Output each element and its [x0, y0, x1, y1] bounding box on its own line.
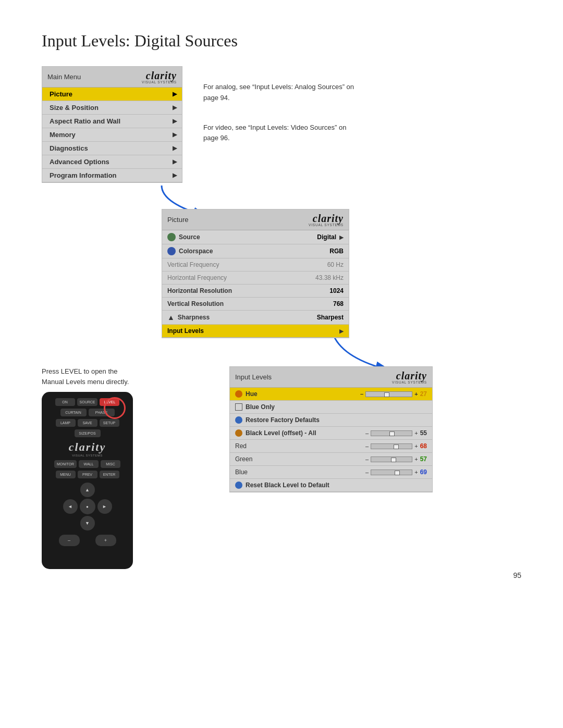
il-blue-handle [395, 471, 400, 475]
il-green-handle [391, 458, 396, 462]
il-blue-slider[interactable] [371, 470, 412, 475]
remote-btn-misc[interactable]: MISC [101, 460, 120, 468]
il-hue-control: – + 27 [360, 390, 427, 398]
remote-btn-on[interactable]: ON [55, 398, 75, 406]
restore-icon [235, 416, 242, 424]
il-item-blue-only[interactable]: Blue Only [230, 401, 432, 414]
remote-nav-down[interactable]: ▼ [80, 516, 95, 530]
picture-vertres-value: 768 [333, 300, 344, 307]
remote-btn-sizepos[interactable]: SIZE/POS [75, 429, 101, 437]
main-menu-header-label: Main Menu [47, 73, 81, 81]
il-green-label: Green [235, 455, 252, 463]
blacklevel-icon [235, 429, 242, 437]
il-red-handle [394, 445, 399, 449]
picture-menu-header: Picture clarity VISUAL SYSTEMS [162, 209, 349, 230]
il-red-control: – + 68 [365, 442, 427, 450]
menu-arrow-program: ▶ [173, 172, 177, 179]
menu-item-program-info-label: Program Information [50, 171, 117, 179]
menu-item-program-info[interactable]: Program Information ▶ [42, 169, 182, 182]
remote-btn-wall[interactable]: WALL [79, 460, 99, 468]
picture-item-vert-res[interactable]: Vertical Resolution 768 [162, 298, 349, 311]
picture-vertres-text: Vertical Resolution [167, 300, 224, 307]
il-blacklevel-slider[interactable] [371, 430, 412, 436]
menu-item-advanced-options[interactable]: Advanced Options ▶ [42, 155, 182, 169]
remote-btn-lamp[interactable]: LAMP [56, 419, 76, 427]
remote-btn-monitor[interactable]: MONITOR [54, 460, 77, 468]
remote-btn-save[interactable]: SAVE [78, 419, 97, 427]
picture-source-value: Digital [317, 233, 336, 241]
il-item-restore[interactable]: Restore Factory Defaults [230, 414, 432, 427]
remote-btn-setup[interactable]: SETUP [100, 419, 119, 427]
remote-btn-curtain[interactable]: CURTAIN [60, 409, 87, 416]
press-note-line1: Press LEVEL to open the [42, 367, 118, 375]
il-blacklevel-text: Black Level (offset) - All [246, 429, 316, 437]
il-blueonly-label: Blue Only [235, 403, 275, 411]
il-item-red[interactable]: Red – + 68 [230, 440, 432, 453]
il-blue-label: Blue [235, 468, 248, 476]
menu-arrow-size: ▶ [173, 104, 177, 111]
il-hue-slider[interactable] [365, 391, 412, 397]
picture-sharpness-label: ▲ Sharpness [167, 313, 210, 322]
remote-btn-prev[interactable]: PREV [78, 471, 97, 478]
menu-item-aspect-ratio[interactable]: Aspect Ratio and Wall ▶ [42, 115, 182, 128]
il-red-value: 68 [420, 442, 427, 450]
il-red-plus: + [414, 443, 418, 449]
il-green-control: – + 57 [365, 455, 427, 463]
picture-item-sharpness[interactable]: ▲ Sharpness Sharpest [162, 311, 349, 325]
il-restore-text: Restore Factory Defaults [246, 416, 320, 424]
remote-btn-minus[interactable]: – [59, 535, 80, 546]
il-red-label: Red [235, 442, 247, 450]
il-green-value: 57 [420, 455, 427, 463]
remote-btn-source[interactable]: SOURCE [77, 398, 98, 406]
press-note-line2: Manual Levels menu directly. [42, 378, 129, 386]
remote-nav-center[interactable]: ● [80, 499, 95, 514]
il-item-blue[interactable]: Blue – + 69 [230, 466, 432, 479]
picture-item-source[interactable]: Source Digital ▶ [162, 230, 349, 244]
sharpness-icon: ▲ [167, 313, 175, 322]
il-green-slider[interactable] [371, 456, 412, 462]
remote-nav-left[interactable]: ◄ [63, 499, 78, 514]
remote-clarity-logo: clarity VISUAL SYSTEMS [46, 440, 129, 457]
menu-item-size-position[interactable]: Size & Position ▶ [42, 101, 182, 115]
clarity-logo-input-levels: clarity VISUAL SYSTEMS [392, 370, 427, 384]
blue-only-icon [235, 403, 242, 411]
menu-item-memory[interactable]: Memory ▶ [42, 128, 182, 142]
clarity-logo-picture: clarity VISUAL SYSTEMS [309, 213, 344, 227]
il-item-hue[interactable]: Hue – + 27 [230, 388, 432, 401]
input-levels-menu-box: Input Levels clarity VISUAL SYSTEMS Hue [229, 366, 433, 492]
menu-item-diagnostics[interactable]: Diagnostics ▶ [42, 142, 182, 155]
il-blue-text: Blue [235, 468, 248, 476]
il-reset-blacklevel-text: Reset Black Level to Default [246, 482, 329, 489]
il-item-blacklevel[interactable]: Black Level (offset) - All – + 55 [230, 427, 432, 440]
il-red-text: Red [235, 442, 247, 450]
il-item-green[interactable]: Green – + 57 [230, 453, 432, 466]
remote-btn-plus[interactable]: + [95, 535, 116, 546]
remote-btn-menu[interactable]: MENU [56, 471, 76, 478]
remote-btn-enter[interactable]: ENTER [100, 471, 119, 478]
remote-btn-level[interactable]: LEVEL [100, 398, 119, 406]
input-levels-header-label: Input Levels [235, 373, 272, 381]
menu-item-aspect-ratio-label: Aspect Ratio and Wall [50, 117, 120, 125]
input-levels-header: Input Levels clarity VISUAL SYSTEMS [230, 367, 432, 388]
menu-arrow-diagnostics: ▶ [173, 145, 177, 152]
remote-nav-up[interactable]: ▲ [80, 483, 95, 497]
main-menu-header: Main Menu clarity VISUAL SYSTEMS [42, 67, 182, 88]
il-green-text: Green [235, 455, 252, 463]
analog-note: For analog, see “Input Levels: Analog So… [203, 82, 360, 104]
picture-source-text: Source [179, 233, 200, 241]
remote-btn-phase[interactable]: PHASE [89, 409, 115, 416]
picture-inputlevels-text: Input Levels [167, 327, 204, 335]
picture-horizfreq-text: Horizontal Frequency [167, 274, 227, 281]
picture-item-colorspace[interactable]: Colorspace RGB [162, 244, 349, 258]
il-item-reset-blacklevel[interactable]: Reset Black Level to Default [230, 479, 432, 492]
press-note: Press LEVEL to open the Manual Levels me… [42, 366, 177, 387]
picture-item-horiz-res[interactable]: Horizontal Resolution 1024 [162, 285, 349, 298]
il-red-slider[interactable] [371, 443, 412, 449]
il-blue-control: – + 69 [365, 468, 427, 476]
remote-nav-right[interactable]: ► [97, 499, 112, 514]
picture-item-input-levels[interactable]: Input Levels ▶ [162, 325, 349, 338]
menu-item-picture[interactable]: Picture ▶ [42, 88, 182, 101]
il-blacklevel-value: 55 [420, 429, 427, 437]
picture-inputlevels-label: Input Levels [167, 327, 204, 335]
colorspace-icon [167, 247, 176, 255]
